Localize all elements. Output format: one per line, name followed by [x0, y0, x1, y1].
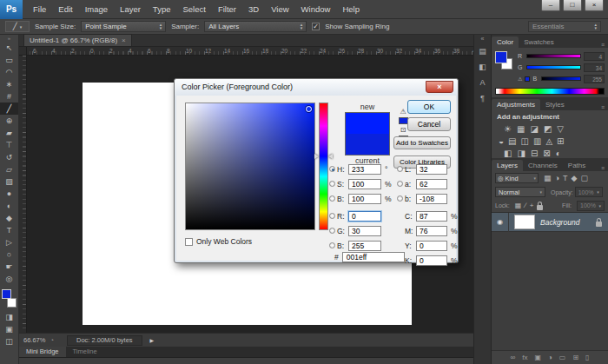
- minimize-button[interactable]: –: [541, 0, 560, 11]
- menu-item[interactable]: Layer: [114, 0, 147, 19]
- menu-item[interactable]: 3D: [242, 0, 265, 19]
- cancel-button[interactable]: Cancel: [407, 117, 451, 131]
- eraser-tool[interactable]: ▱: [0, 163, 18, 175]
- brush-tool[interactable]: ▰: [0, 127, 18, 139]
- screen-mode-icon[interactable]: ▣: [0, 323, 18, 335]
- dialog-title[interactable]: Color Picker (Foreground Color): [175, 79, 458, 96]
- hue-handle-right-icon[interactable]: [328, 154, 333, 159]
- hue-handle-left-icon[interactable]: [314, 154, 319, 159]
- hand-tool[interactable]: ☛: [0, 261, 18, 273]
- only-web-colors-checkbox[interactable]: [185, 238, 193, 246]
- panel-menu-icon[interactable]: ≡: [601, 165, 608, 171]
- green-value[interactable]: 34: [584, 63, 605, 72]
- path-select-tool[interactable]: ▷: [0, 236, 18, 248]
- filter-kind-select[interactable]: ◎ Kind ▾: [495, 173, 539, 183]
- field-radio[interactable]: [397, 166, 403, 172]
- tab-close-icon[interactable]: ×: [122, 36, 126, 44]
- workspace-select[interactable]: Essentials ▴▾: [528, 21, 601, 32]
- menu-item[interactable]: Help: [336, 0, 366, 19]
- sampler-select[interactable]: All Layers ▴▾: [204, 21, 307, 32]
- curves-icon[interactable]: ◪: [530, 124, 538, 134]
- hue-saturation-icon[interactable]: ◒: [499, 136, 504, 146]
- threshold-icon[interactable]: ⊟: [531, 149, 538, 158]
- panel-menu-icon[interactable]: ≡: [601, 42, 608, 48]
- field-input[interactable]: -108: [416, 194, 447, 204]
- filter-pixel-icon[interactable]: ▦: [544, 174, 552, 182]
- layer-mask-icon[interactable]: ▣: [534, 354, 541, 361]
- posterize-icon[interactable]: ◨: [517, 149, 525, 158]
- expand-panels-icon[interactable]: «: [474, 35, 491, 43]
- tab-color[interactable]: Color: [492, 36, 519, 48]
- field-input[interactable]: 0: [348, 211, 381, 222]
- shape-tool[interactable]: ○: [0, 248, 18, 261]
- field-input[interactable]: 100: [348, 194, 381, 204]
- add-to-swatches-button[interactable]: Add to Swatches: [393, 136, 451, 149]
- fill-input[interactable]: 100% ▾: [577, 201, 605, 211]
- menu-item[interactable]: Edit: [52, 0, 78, 19]
- field-radio[interactable]: [329, 166, 335, 172]
- history-panel-icon[interactable]: ▤: [474, 43, 491, 59]
- brightness-contrast-icon[interactable]: ☀: [504, 124, 512, 134]
- field-input[interactable]: 233: [348, 164, 381, 175]
- delete-layer-icon[interactable]: ▯: [585, 354, 589, 361]
- levels-icon[interactable]: ▦: [517, 124, 525, 134]
- magic-wand-tool[interactable]: ∗: [0, 78, 18, 90]
- lock-position-icon[interactable]: +: [530, 202, 534, 209]
- lasso-tool[interactable]: ◠: [0, 66, 18, 78]
- blue-value[interactable]: 255: [584, 75, 605, 83]
- foreground-color-swatch[interactable]: [495, 51, 507, 63]
- tab-mini-bridge[interactable]: Mini Bridge: [19, 347, 66, 357]
- document-tab[interactable]: Untitled-1 @ 66.7% (RGB/8) ×: [23, 34, 132, 46]
- menu-item[interactable]: Window: [295, 0, 337, 19]
- black-white-icon[interactable]: ◫: [521, 136, 529, 146]
- hue-slider[interactable]: [319, 103, 328, 230]
- color-balance-icon[interactable]: ▤: [508, 136, 516, 146]
- menu-item[interactable]: File: [27, 0, 52, 19]
- field-radio[interactable]: [329, 181, 335, 187]
- color-spectrum-ramp[interactable]: [495, 88, 605, 95]
- gradient-tool[interactable]: ▨: [0, 175, 18, 188]
- field-radio[interactable]: [397, 195, 403, 202]
- color-lookup-icon[interactable]: ⊞: [557, 136, 564, 146]
- dialog-close-button[interactable]: ×: [426, 81, 453, 93]
- layer-thumbnail[interactable]: [514, 215, 535, 229]
- field-radio[interactable]: [397, 181, 403, 187]
- menu-item[interactable]: View: [265, 0, 294, 19]
- menu-item[interactable]: Select: [176, 0, 211, 19]
- layer-row-background[interactable]: ◉ Background: [492, 213, 608, 232]
- crop-tool[interactable]: #: [0, 90, 18, 103]
- tab-adjustments[interactable]: Adjustments: [492, 99, 540, 110]
- tab-channels[interactable]: Channels: [523, 160, 563, 171]
- character-panel-icon[interactable]: A: [474, 75, 491, 90]
- lock-all-icon[interactable]: [537, 205, 543, 210]
- field-radio[interactable]: [329, 242, 335, 248]
- zoom-level[interactable]: 66.67%: [23, 336, 45, 344]
- red-value[interactable]: 4: [584, 52, 605, 61]
- layer-visibility-icon[interactable]: ◉: [492, 213, 509, 232]
- clone-stamp-tool[interactable]: ⊤: [0, 139, 18, 151]
- move-tool[interactable]: ↖: [0, 42, 18, 54]
- lock-transparency-icon[interactable]: ▦: [515, 202, 522, 209]
- lock-pixels-icon[interactable]: ∕: [525, 202, 525, 209]
- collapse-toolbar-icon[interactable]: »: [0, 35, 18, 42]
- filter-type-icon[interactable]: T: [563, 174, 568, 182]
- gamut-warning-icon[interactable]: ⚠: [400, 108, 406, 116]
- maximize-button[interactable]: □: [563, 0, 582, 11]
- color-selector-ring[interactable]: [306, 106, 312, 112]
- background-color-swatch[interactable]: [7, 298, 17, 308]
- blue-slider[interactable]: [541, 76, 581, 81]
- new-layer-icon[interactable]: ⊞: [572, 354, 578, 361]
- adjustment-layer-icon[interactable]: ◑: [548, 354, 552, 361]
- marquee-tool[interactable]: ▭: [0, 54, 18, 66]
- paragraph-panel-icon[interactable]: ¶: [474, 90, 491, 106]
- sample-size-select[interactable]: Point Sample ▴▾: [81, 21, 166, 32]
- gradient-map-icon[interactable]: ◐: [556, 149, 561, 158]
- ok-button[interactable]: OK: [407, 100, 451, 114]
- eyedropper-tool-preset[interactable]: ╱ ▾: [5, 21, 30, 32]
- type-tool[interactable]: T: [0, 224, 18, 236]
- tab-layers[interactable]: Layers: [492, 160, 523, 171]
- opacity-input[interactable]: 100% ▾: [575, 187, 603, 197]
- current-color-swatch[interactable]: [346, 134, 389, 155]
- field-radio[interactable]: [329, 195, 335, 202]
- exposure-icon[interactable]: ◩: [544, 124, 552, 134]
